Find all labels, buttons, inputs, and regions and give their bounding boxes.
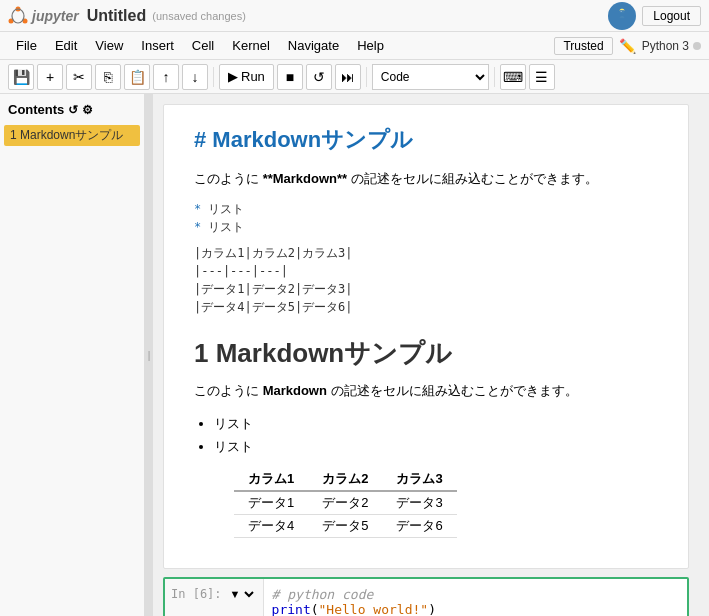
code-cell-inner: In [6]: ▼ # python code print("Hello wor… bbox=[165, 579, 687, 616]
topbar: jupyter Untitled (unsaved changes) Logou… bbox=[0, 0, 709, 32]
edit-pencil-icon[interactable]: ✏️ bbox=[619, 38, 636, 54]
menu-file[interactable]: File bbox=[8, 36, 45, 55]
table-cell-1-3: データ3 bbox=[382, 491, 456, 515]
contents-label: Contents bbox=[8, 102, 64, 117]
notebook-area: # Markdownサンプル このように **Markdown** の記述をセル… bbox=[153, 94, 709, 616]
kernel-status-dot bbox=[693, 42, 701, 50]
cut-button[interactable]: ✂ bbox=[66, 64, 92, 90]
fast-forward-button[interactable]: ⏭ bbox=[335, 64, 361, 90]
run-label: Run bbox=[241, 69, 265, 84]
copy-button[interactable]: ⎘ bbox=[95, 64, 121, 90]
code-string-value: "Hello world!" bbox=[319, 602, 429, 616]
markdown-raw-heading: # Markdownサンプル bbox=[194, 125, 658, 155]
bullet-star-2: * bbox=[194, 220, 201, 234]
bullet-star-1: * bbox=[194, 202, 201, 216]
toolbar-separator-3 bbox=[494, 67, 495, 87]
table-cell-2-2: データ5 bbox=[308, 515, 382, 538]
markdown-rendered-table: カラム1 カラム2 カラム3 データ1 データ2 データ3 データ4 bbox=[234, 468, 457, 538]
run-button[interactable]: ▶ Run bbox=[219, 64, 274, 90]
move-down-button[interactable]: ↓ bbox=[182, 64, 208, 90]
prompt-label: In [6]: bbox=[171, 587, 222, 601]
run-icon: ▶ bbox=[228, 69, 238, 84]
raw-table-line-4: |データ4|データ5|データ6| bbox=[194, 298, 658, 316]
markdown-raw-body: このように **Markdown** の記述をセルに組み込むことができます。 bbox=[194, 169, 658, 190]
menu-navigate[interactable]: Navigate bbox=[280, 36, 347, 55]
menu-insert[interactable]: Insert bbox=[133, 36, 182, 55]
list-item-2: リスト bbox=[214, 435, 658, 458]
menubar: File Edit View Insert Cell Kernel Naviga… bbox=[0, 32, 709, 60]
toc-refresh-icon[interactable]: ↺ bbox=[68, 103, 78, 117]
code-cell[interactable]: In [6]: ▼ # python code print("Hello wor… bbox=[163, 577, 689, 616]
stop-icon: ■ bbox=[286, 69, 294, 85]
collapse-icon: | bbox=[148, 350, 151, 361]
table-row-1: データ1 データ2 データ3 bbox=[234, 491, 457, 515]
cell-action-dropdown[interactable]: ▼ bbox=[226, 587, 257, 601]
paste-icon: 📋 bbox=[129, 69, 146, 85]
down-arrow-icon: ↓ bbox=[192, 69, 199, 85]
main-layout: Contents ↺ ⚙ 1 Markdownサンプル | # Markdown… bbox=[0, 94, 709, 616]
jupyter-logo: jupyter bbox=[8, 6, 79, 26]
save-icon: 💾 bbox=[13, 69, 30, 85]
raw-table-line-3: |データ1|データ2|データ3| bbox=[194, 280, 658, 298]
keyboard-icon-btn[interactable]: ⌨ bbox=[500, 64, 526, 90]
markdown-raw-table: |カラム1|カラム2|カラム3| |---|---|---| |データ1|データ… bbox=[194, 244, 658, 316]
table-cell-1-2: データ2 bbox=[308, 491, 382, 515]
markdown-content: # Markdownサンプル このように **Markdown** の記述をセル… bbox=[164, 105, 688, 568]
cut-icon: ✂ bbox=[73, 69, 85, 85]
refresh-icon: ↺ bbox=[313, 69, 325, 85]
markdown-rendered-list: リスト リスト bbox=[214, 412, 658, 459]
toolbar-separator-2 bbox=[366, 67, 367, 87]
table-cell-2-1: データ4 bbox=[234, 515, 308, 538]
code-cell-prompt: In [6]: ▼ bbox=[165, 579, 264, 616]
table-header-2: カラム2 bbox=[308, 468, 382, 491]
toc-item-markdown[interactable]: 1 Markdownサンプル bbox=[4, 125, 140, 146]
up-arrow-icon: ↑ bbox=[163, 69, 170, 85]
menu-view[interactable]: View bbox=[87, 36, 131, 55]
paste-button[interactable]: 📋 bbox=[124, 64, 150, 90]
svg-point-4 bbox=[621, 11, 622, 12]
list-item-1: リスト bbox=[214, 412, 658, 435]
logout-button[interactable]: Logout bbox=[642, 6, 701, 26]
markdown-cell-raw[interactable]: # Markdownサンプル このように **Markdown** の記述をセル… bbox=[163, 104, 689, 569]
table-cell-1-1: データ1 bbox=[234, 491, 308, 515]
toc-settings-icon[interactable]: ⚙ bbox=[82, 103, 93, 117]
list-icon-btn[interactable]: ☰ bbox=[529, 64, 555, 90]
add-cell-button[interactable]: + bbox=[37, 64, 63, 90]
jupyter-logo-icon bbox=[8, 6, 28, 26]
code-comment-line: # python code bbox=[272, 587, 679, 602]
sidebar-collapse-handle[interactable]: | bbox=[145, 94, 153, 616]
unsaved-indicator: (unsaved changes) bbox=[152, 10, 246, 22]
toc-header: Contents ↺ ⚙ bbox=[4, 102, 140, 117]
table-header-3: カラム3 bbox=[382, 468, 456, 491]
cell-separator bbox=[153, 569, 699, 577]
code-paren-close: ) bbox=[428, 602, 436, 616]
code-editor[interactable]: # python code print("Hello world!") bbox=[264, 579, 687, 616]
table-cell-2-3: データ6 bbox=[382, 515, 456, 538]
menu-cell[interactable]: Cell bbox=[184, 36, 222, 55]
interrupt-button[interactable]: ■ bbox=[277, 64, 303, 90]
jupyter-brand-text: jupyter bbox=[32, 8, 79, 24]
fast-forward-icon: ⏭ bbox=[341, 69, 355, 85]
python-kernel-label: Python 3 bbox=[642, 39, 689, 53]
python-icon-btn[interactable] bbox=[608, 2, 636, 30]
list-icon: ☰ bbox=[535, 69, 548, 85]
restart-button[interactable]: ↺ bbox=[306, 64, 332, 90]
rendered-bold: Markdown bbox=[263, 383, 327, 398]
plus-icon: + bbox=[46, 69, 54, 85]
move-up-button[interactable]: ↑ bbox=[153, 64, 179, 90]
notebook-title: Untitled bbox=[87, 7, 147, 25]
bold-text: **Markdown** bbox=[263, 171, 348, 186]
save-button[interactable]: 💾 bbox=[8, 64, 34, 90]
raw-bullet-1: * リスト bbox=[194, 200, 658, 218]
trusted-button[interactable]: Trusted bbox=[554, 37, 612, 55]
code-line: print("Hello world!") bbox=[272, 602, 679, 616]
table-row-2: データ4 データ5 データ6 bbox=[234, 515, 457, 538]
code-print-keyword: print bbox=[272, 602, 311, 616]
markdown-rendered-heading: 1 Markdownサンプル bbox=[194, 336, 658, 371]
menu-help[interactable]: Help bbox=[349, 36, 392, 55]
menu-edit[interactable]: Edit bbox=[47, 36, 85, 55]
code-comment-text: # python code bbox=[272, 587, 374, 602]
cell-type-dropdown[interactable]: Code Markdown Raw NBConvert bbox=[372, 64, 489, 90]
menu-kernel[interactable]: Kernel bbox=[224, 36, 278, 55]
table-header-1: カラム1 bbox=[234, 468, 308, 491]
